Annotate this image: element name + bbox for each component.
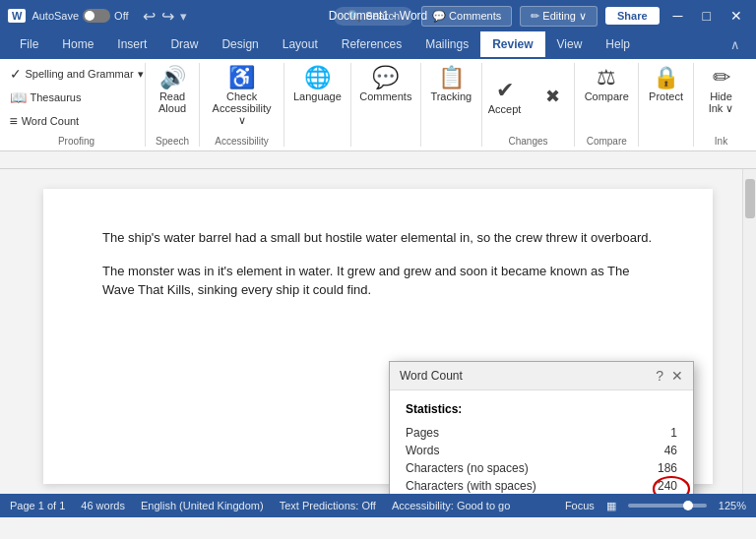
autosave-label: AutoSave — [32, 10, 79, 22]
tab-review[interactable]: Review — [480, 31, 544, 59]
group-proofing: ✓ Spelling and Grammar ▾ 📖 Thesaurus ≡ W… — [8, 63, 146, 147]
compare-label: Compare — [585, 90, 629, 102]
reject-icon: ✖ — [545, 88, 560, 105]
dialog-body: Statistics: Pages 1 Words 46 Characters … — [390, 390, 693, 494]
language-icon: 🌐 — [304, 67, 331, 89]
tab-design[interactable]: Design — [210, 31, 270, 59]
spelling-dropdown-icon[interactable]: ▾ — [138, 68, 144, 81]
changes-items: ✔ Accept ✖ — [482, 63, 575, 132]
group-accessibility: ♿ CheckAccessibility ∨ Accessibility — [200, 63, 284, 147]
read-aloud-label: ReadAloud — [158, 90, 186, 114]
comments-ribbon-button[interactable]: 💬 Comments — [353, 63, 417, 106]
stat-chars-space: Characters (with spaces) 240 — [406, 477, 677, 494]
title-bar: W AutoSave Off ↩ ↪ ▾ Document1 - Word 🔍 … — [0, 0, 756, 31]
autosave-toggle[interactable] — [83, 9, 110, 23]
proofing-group-label: Proofing — [58, 132, 94, 147]
tab-layout[interactable]: Layout — [271, 31, 330, 59]
dialog-help-icon[interactable]: ? — [656, 368, 663, 384]
reject-button[interactable]: ✖ — [531, 84, 574, 111]
close-button[interactable]: ✕ — [724, 6, 748, 26]
toggle-state-label: Off — [114, 10, 128, 22]
thesaurus-label: Thesaurus — [31, 91, 82, 103]
ribbon-collapse-icon[interactable]: ∧ — [723, 31, 748, 59]
stat-chars-space-value: 240 — [658, 479, 677, 493]
title-bar-left: W AutoSave Off ↩ ↪ ▾ — [8, 7, 187, 26]
undo-icon[interactable]: ↩ — [143, 7, 156, 26]
zoom-thumb — [683, 501, 693, 510]
thesaurus-button[interactable]: 📖 Thesaurus — [4, 87, 150, 108]
proofing-items: ✓ Spelling and Grammar ▾ 📖 Thesaurus ≡ W… — [4, 63, 150, 132]
tab-insert[interactable]: Insert — [105, 31, 158, 59]
stat-words-label: Words — [406, 444, 439, 457]
word-count-dialog: Word Count ? ✕ Statistics: Pages 1 Words… — [389, 361, 694, 494]
share-button[interactable]: Share — [605, 7, 660, 25]
stat-pages-value: 1 — [670, 426, 677, 440]
accept-button[interactable]: ✔ Accept — [482, 76, 528, 119]
language-label: Language — [293, 90, 342, 102]
stat-pages-label: Pages — [406, 426, 439, 440]
word-count-button[interactable]: ≡ Word Count — [4, 110, 150, 132]
thesaurus-icon: 📖 — [10, 90, 27, 105]
restore-button[interactable]: □ — [697, 6, 717, 26]
tracking-icon: 📋 — [438, 67, 465, 89]
ruler — [0, 151, 756, 169]
accessibility-icon: ♿ — [228, 67, 255, 89]
tracking-button[interactable]: 📋 Tracking — [424, 63, 477, 106]
redo-icon[interactable]: ↪ — [161, 7, 174, 26]
changes-group-label: Changes — [509, 132, 548, 147]
tab-draw[interactable]: Draw — [158, 31, 210, 59]
scrollbar-right[interactable] — [742, 169, 756, 494]
group-speech: 🔊 ReadAloud Speech — [146, 63, 200, 147]
comments-top-button[interactable]: 💬 Comments — [421, 6, 512, 27]
zoom-slider[interactable] — [628, 504, 707, 508]
check-accessibility-label: CheckAccessibility ∨ — [213, 90, 272, 127]
comments-ribbon-label: Comments — [359, 90, 411, 102]
tab-view[interactable]: View — [545, 31, 595, 59]
word-logo: W — [8, 9, 26, 23]
accept-icon: ✔ — [496, 80, 514, 101]
protect-icon: 🔒 — [653, 67, 679, 89]
check-accessibility-button[interactable]: ♿ CheckAccessibility ∨ — [207, 63, 278, 131]
dialog-controls: ? ✕ — [656, 368, 683, 384]
read-aloud-button[interactable]: 🔊 ReadAloud — [151, 63, 194, 118]
minimize-button[interactable]: ─ — [667, 6, 689, 26]
focus-button[interactable]: Focus — [565, 500, 595, 511]
view-icons: ▦ — [606, 500, 616, 512]
language-status: English (United Kingdom) — [141, 500, 264, 511]
stat-words-value: 46 — [664, 444, 677, 457]
hide-ink-button[interactable]: ✏ HideInk ∨ — [700, 63, 743, 119]
spelling-grammar-button[interactable]: ✓ Spelling and Grammar ▾ — [4, 63, 150, 85]
paragraph-1: The ship's water barrel had a small but … — [102, 228, 654, 248]
group-ink: ✏ HideInk ∨ Ink — [694, 63, 748, 147]
protect-button[interactable]: 🔒 Protect — [643, 63, 689, 106]
read-aloud-icon: 🔊 — [159, 67, 186, 89]
stat-chars-space-label: Characters (with spaces) — [406, 479, 536, 493]
tab-file[interactable]: File — [8, 31, 50, 59]
accept-label: Accept — [488, 103, 522, 115]
stat-chars-nospace: Characters (no spaces) 186 — [406, 459, 677, 477]
ribbon-tabs: File Home Insert Draw Design Layout Refe… — [0, 31, 756, 59]
paragraph-2: The monster was in it's element in water… — [102, 262, 654, 300]
group-changes: ✔ Accept ✖ Changes — [482, 63, 576, 147]
group-language: 🌐 Language — [284, 63, 351, 147]
tab-help[interactable]: Help — [594, 31, 642, 59]
scroll-thumb[interactable] — [745, 179, 755, 218]
compare-button[interactable]: ⚖ Compare — [579, 63, 635, 106]
stat-pages: Pages 1 — [406, 424, 677, 442]
tab-references[interactable]: References — [330, 31, 413, 59]
ink-group-label: Ink — [715, 132, 727, 147]
tab-home[interactable]: Home — [50, 31, 105, 59]
compare-icon: ⚖ — [597, 67, 616, 89]
highlight-circle — [650, 475, 693, 494]
dialog-close-icon[interactable]: ✕ — [671, 368, 683, 384]
status-bar: Page 1 of 1 46 words English (United Kin… — [0, 494, 756, 517]
group-protect: 🔒 Protect — [639, 63, 694, 147]
group-compare: ⚖ Compare Compare — [575, 63, 639, 147]
hide-ink-label: HideInk ∨ — [709, 90, 734, 115]
language-button[interactable]: 🌐 Language — [287, 63, 347, 106]
stat-chars-nospace-label: Characters (no spaces) — [406, 461, 529, 475]
page-info: Page 1 of 1 — [10, 500, 65, 511]
editing-top-button[interactable]: ✏ Editing ∨ — [520, 6, 598, 27]
customize-icon[interactable]: ▾ — [180, 9, 187, 24]
tab-mailings[interactable]: Mailings — [413, 31, 480, 59]
